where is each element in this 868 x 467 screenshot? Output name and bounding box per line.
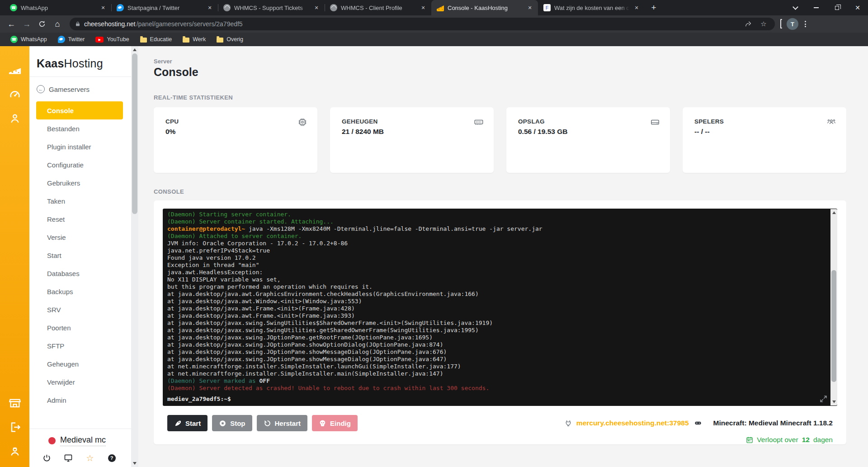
sidebar-menu-item[interactable]: Configuratie (36, 156, 123, 174)
stat-icon (650, 117, 660, 127)
menu-item-label: Console (47, 107, 74, 114)
gamepad-icon (693, 419, 703, 427)
browser-tab[interactable]: Wat zijn de kosten van een civiele ✕ (538, 0, 645, 15)
profile-avatar[interactable]: T (787, 18, 798, 30)
forward-button[interactable]: → (19, 16, 34, 32)
sidebar-menu-item[interactable]: Verwijder (36, 373, 123, 391)
dashboard-gauge-icon[interactable] (7, 86, 23, 103)
terminal-output[interactable]: (Daemon) Starting server container. (Dae… (163, 209, 837, 406)
terminal-line: (Daemon) Server detected as crashed! Una… (167, 385, 826, 392)
scrollbar-up-arrow-icon[interactable] (133, 48, 137, 51)
bookmark-item[interactable]: Werk (179, 35, 210, 44)
sidebar-menu-item[interactable]: Admin (36, 391, 123, 409)
stat-card: OPSLAG 0.56 / 19.53 GB (506, 107, 670, 173)
menu-item-label: Gebruikers (47, 179, 80, 187)
terminal-scrollbar[interactable] (830, 209, 837, 405)
page-scrollbar[interactable] (131, 46, 138, 467)
bookmark-item[interactable]: Twitter (54, 34, 89, 44)
server-address[interactable]: mercury.cheesehosting.net:37985 (576, 419, 689, 427)
sidebar-menu-item[interactable]: Databases (36, 264, 123, 282)
terminal-prompt[interactable]: mediev_2a79edf5:~$ (167, 396, 231, 402)
power-button[interactable]: Herstart (257, 415, 308, 431)
new-tab-button[interactable]: + (647, 1, 660, 14)
sidebar-menu-item[interactable]: SRV (36, 300, 123, 319)
bookmark-item[interactable]: WhatsApp (6, 34, 51, 44)
tab-list: WhatsApp ✕ Startpagina / Twitter ✕ WHMCS… (0, 0, 645, 15)
tab-favicon-icon (117, 4, 124, 11)
sidebar-menu-item[interactable]: Console (36, 101, 123, 119)
bookmark-favicon-icon (140, 38, 147, 43)
tab-close-icon[interactable]: ✕ (633, 4, 640, 11)
share-icon[interactable] (742, 18, 754, 30)
tab-close-icon[interactable]: ✕ (99, 4, 107, 11)
restore-button[interactable] (826, 0, 847, 15)
sidebar-menu-item[interactable]: Plugin installer (36, 138, 123, 156)
browser-tab[interactable]: WHMCS - Client Profile ✕ (325, 0, 431, 15)
sidebar-menu-item[interactable]: Bestanden (36, 119, 123, 138)
sidebar-menu-item[interactable]: Backups (36, 282, 123, 300)
minimize-button[interactable] (806, 0, 826, 15)
terminal-line: JVM info: Oracle Corporation - 17.0.2 - … (167, 240, 826, 247)
power-button[interactable]: Stop (212, 415, 252, 431)
browser-tab[interactable]: WhatsApp ✕ (5, 0, 111, 15)
favorite-star-icon[interactable]: ☆ (85, 453, 94, 462)
tab-close-icon[interactable]: ✕ (420, 4, 427, 11)
store-icon[interactable] (7, 395, 23, 411)
browser-tab[interactable]: Console - KaasHosting ✕ (431, 0, 538, 15)
gameservers-back-link[interactable]: ← Gameservers (29, 77, 131, 100)
bookmark-star-icon[interactable]: ☆ (758, 18, 769, 30)
server-name[interactable]: Medieval mc (60, 435, 106, 446)
logout-icon[interactable] (7, 419, 23, 435)
browser-menu-icon[interactable] (803, 19, 808, 29)
close-window-button[interactable]: ✕ (847, 0, 868, 15)
terminal-scroll-thumb[interactable] (831, 270, 836, 382)
sidebar-menu-item[interactable]: Taken (36, 192, 123, 210)
menu-item-label: Versie (47, 234, 66, 241)
browser-tab[interactable]: Startpagina / Twitter ✕ (111, 0, 218, 15)
browser-tab[interactable]: WHMCS - Support Tickets ✕ (218, 0, 325, 15)
scrollbar-down-arrow-icon[interactable] (133, 462, 137, 465)
bookmark-item[interactable]: YouTube (91, 35, 133, 44)
side-panel-icon[interactable] (780, 20, 782, 28)
cheese-brand-icon[interactable] (7, 62, 23, 79)
home-button[interactable]: ⌂ (50, 16, 65, 32)
terminal-line: Exception in thread "main" (167, 262, 826, 269)
back-button[interactable]: ← (4, 16, 19, 32)
tab-close-icon[interactable]: ✕ (526, 4, 533, 11)
terminal-segment: at java.desktop/java.awt.GraphicsEnviron… (167, 291, 479, 297)
power-button[interactable]: Eindig (312, 415, 358, 431)
power-icon[interactable] (42, 453, 51, 462)
account-person-icon[interactable] (7, 110, 23, 127)
scrollbar-thumb[interactable] (132, 53, 137, 214)
sidebar-menu-item[interactable]: Geheugen (36, 355, 123, 373)
bookmark-item[interactable]: Educatie (136, 35, 176, 44)
stat-value: 0.56 / 19.53 GB (518, 128, 658, 136)
expand-terminal-icon[interactable] (820, 395, 827, 403)
sidebar-menu-item[interactable]: Start (36, 246, 123, 264)
tab-close-icon[interactable]: ✕ (313, 4, 320, 11)
bookmark-item[interactable]: Overig (212, 35, 247, 44)
sidebar-menu-item[interactable]: Poorten (36, 319, 123, 337)
stop-icon (219, 419, 226, 427)
address-bar[interactable]: cheesehosting.net /panel/gameservers/ser… (70, 18, 775, 30)
help-icon[interactable]: ? (107, 453, 116, 462)
sidebar-menu-item[interactable]: Reset (36, 210, 123, 228)
sidebar-menu-item[interactable]: Versie (36, 228, 123, 246)
menu-item-label: Verwijder (47, 378, 75, 386)
bookmark-favicon-icon (58, 36, 65, 43)
stat-icon (826, 117, 836, 127)
brand-logo[interactable]: KaasHosting (29, 46, 131, 76)
tab-close-icon[interactable]: ✕ (206, 4, 213, 11)
terminal-segment: at java.desktop/javax.swing.SwingUtiliti… (167, 327, 479, 334)
terminal-scroll-down-icon[interactable] (832, 400, 836, 403)
bookmark-favicon-icon (10, 36, 18, 43)
terminal-scroll-up-icon[interactable] (832, 211, 836, 214)
reload-button[interactable] (34, 16, 50, 32)
power-button[interactable]: Start (167, 415, 208, 431)
sidebar-menu-item[interactable]: Gebruikers (36, 174, 123, 192)
monitor-icon[interactable] (64, 453, 73, 462)
support-agent-icon[interactable] (7, 443, 23, 459)
tab-search-chevron-icon[interactable] (785, 0, 806, 15)
sidebar-menu-item[interactable]: SFTP (36, 337, 123, 355)
menu-item-label: Plugin installer (47, 143, 91, 151)
